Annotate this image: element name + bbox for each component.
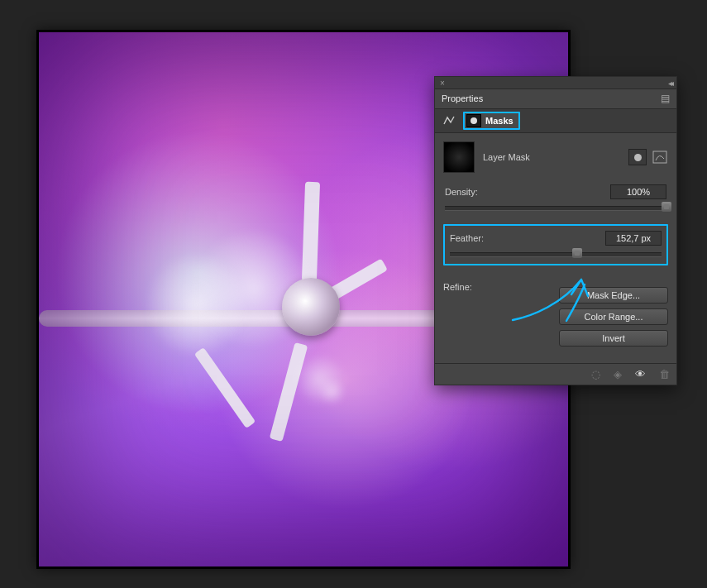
feather-value[interactable]: 152,7 px xyxy=(605,231,662,246)
apply-mask-icon[interactable]: ◈ xyxy=(614,368,622,380)
panel-title-bar: Properties ▤ xyxy=(435,89,676,109)
invert-button[interactable]: Invert xyxy=(559,330,668,347)
toggle-visibility-icon[interactable]: 👁 xyxy=(635,368,646,380)
select-mask-icon[interactable]: ◌ xyxy=(591,368,600,380)
feather-row: Feather: 152,7 px xyxy=(450,231,662,259)
collapse-icon[interactable]: ◂◂ xyxy=(668,79,671,88)
density-slider[interactable] xyxy=(445,203,666,213)
feather-slider[interactable] xyxy=(450,249,662,259)
feather-label: Feather: xyxy=(450,233,484,243)
density-row: Density: 100% xyxy=(445,184,666,213)
refine-row: Refine: Mask Edge... Color Range... Inve… xyxy=(443,282,668,347)
close-icon[interactable]: × xyxy=(440,79,445,88)
svg-rect-0 xyxy=(653,151,666,163)
mask-edge-button[interactable]: Mask Edge... xyxy=(559,287,668,304)
vector-mask-button[interactable] xyxy=(652,150,668,165)
mask-thumbnail-icon xyxy=(466,114,481,127)
panel-menu-icon[interactable]: ▤ xyxy=(661,93,670,104)
properties-panel: × ◂◂ Properties ▤ Masks Layer Mask xyxy=(434,76,677,385)
mask-thumbnail[interactable] xyxy=(443,141,475,173)
feather-highlight: Feather: 152,7 px xyxy=(443,224,668,265)
color-range-button[interactable]: Color Range... xyxy=(559,308,668,325)
panel-drag-handle[interactable]: × ◂◂ xyxy=(435,77,676,89)
mask-type-label: Layer Mask xyxy=(483,152,620,162)
density-value[interactable]: 100% xyxy=(610,184,666,199)
delete-mask-icon[interactable]: 🗑 xyxy=(659,368,670,380)
panel-footer: ◌ ◈ 👁 🗑 xyxy=(435,363,676,385)
mask-header-row: Layer Mask xyxy=(443,141,668,173)
panel-tabs: Masks xyxy=(435,109,676,133)
adjustments-tab-icon[interactable] xyxy=(440,112,460,129)
density-label: Density: xyxy=(445,187,478,197)
panel-title: Properties xyxy=(442,93,483,103)
masks-tab[interactable]: Masks xyxy=(463,112,520,130)
masks-tab-label: Masks xyxy=(485,116,514,126)
refine-label: Refine: xyxy=(443,282,559,347)
pixel-mask-button[interactable] xyxy=(628,149,647,165)
